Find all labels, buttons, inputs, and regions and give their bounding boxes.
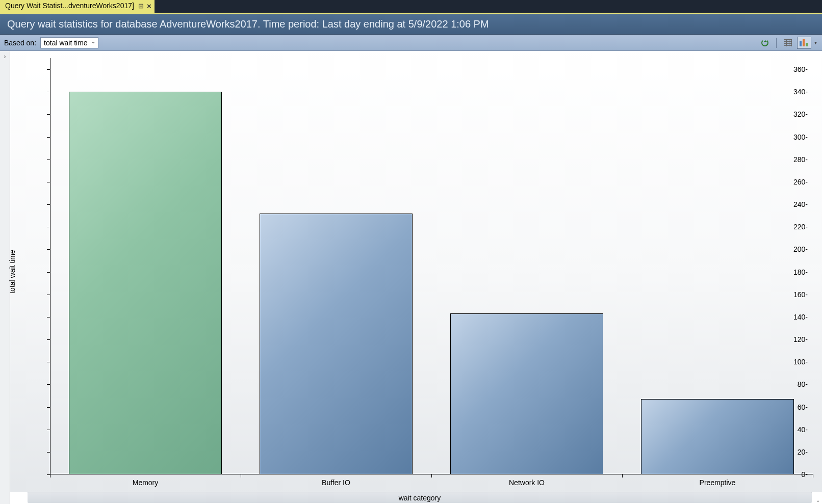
refresh-button[interactable] [758, 37, 772, 49]
y-tick-label: 80- [798, 380, 808, 388]
grid-view-button[interactable] [781, 37, 795, 49]
document-tab[interactable]: Query Wait Statist...dventureWorks2017] … [0, 0, 155, 13]
x-tick [622, 474, 623, 478]
y-tick [47, 430, 50, 430]
y-tick-label: 140- [793, 313, 808, 321]
y-tick [47, 204, 50, 205]
content-area: › total wait time 0-20-40-60-80-100-120-… [0, 51, 822, 504]
tab-title: Query Wait Statist...dventureWorks2017] [5, 2, 134, 10]
y-tick [47, 317, 50, 317]
x-tick [50, 474, 50, 478]
scroll-down-icon[interactable]: ⌄ [816, 497, 820, 503]
bar-chart-icon [800, 39, 809, 46]
bar-network-io[interactable] [450, 313, 603, 474]
x-tick-label: Buffer IO [322, 479, 350, 487]
y-tick [47, 249, 50, 250]
x-axis-label: wait category [399, 494, 441, 502]
x-axis-label-bar[interactable]: wait category [28, 492, 812, 503]
y-tick-label: 40- [798, 426, 808, 434]
toolbar: Based on: total wait time ▾ [0, 35, 822, 51]
window: Query Wait Statist...dventureWorks2017] … [0, 0, 822, 504]
x-tick-label: Network IO [509, 479, 545, 487]
y-tick-label: 260- [793, 178, 808, 186]
x-tick [431, 474, 432, 478]
y-tick-label: 60- [798, 403, 808, 411]
y-tick [47, 384, 50, 385]
y-tick [47, 69, 50, 70]
x-tick [813, 474, 813, 478]
y-tick [47, 272, 50, 273]
tab-strip: Query Wait Statist...dventureWorks2017] … [0, 0, 822, 14]
bar-buffer-io[interactable] [260, 214, 412, 474]
y-tick-label: 220- [793, 223, 808, 231]
chart-view-button[interactable] [797, 37, 811, 49]
y-tick-label: 320- [793, 110, 808, 118]
y-tick-label: 240- [793, 200, 808, 208]
y-tick [47, 227, 50, 227]
y-tick-label: 300- [793, 133, 808, 141]
y-tick-label: 160- [793, 290, 808, 299]
chevron-right-icon: › [4, 53, 6, 60]
y-tick [47, 182, 50, 182]
bar-memory[interactable] [69, 92, 221, 474]
x-tick-label: Memory [133, 479, 159, 487]
y-tick-label: 340- [793, 88, 808, 96]
y-tick [47, 339, 50, 340]
x-tick-label: Preemptive [700, 479, 736, 487]
grid-icon [784, 39, 792, 46]
y-tick-label: 280- [793, 155, 808, 164]
y-tick [47, 160, 50, 160]
y-tick [47, 92, 50, 92]
page-header: Query wait statistics for database Adven… [0, 14, 822, 35]
bars-group [50, 58, 813, 474]
close-icon[interactable]: × [147, 2, 151, 10]
y-tick [47, 295, 50, 295]
y-tick [47, 114, 50, 115]
y-tick-label: 100- [793, 358, 808, 366]
chart: total wait time 0-20-40-60-80-100-120-14… [10, 51, 822, 492]
pin-icon[interactable]: ⊟ [138, 2, 144, 10]
y-tick [47, 407, 50, 408]
y-tick-label: 20- [798, 448, 808, 456]
plot-area[interactable]: 0-20-40-60-80-100-120-140-160-180-200-22… [50, 58, 813, 474]
toolbar-overflow-button[interactable]: ▾ [813, 40, 818, 45]
chart-wrapper: total wait time 0-20-40-60-80-100-120-14… [10, 51, 822, 504]
y-tick-label: 200- [793, 245, 808, 253]
refresh-icon [761, 39, 769, 47]
based-on-select[interactable]: total wait time [40, 37, 98, 48]
y-tick [47, 137, 50, 138]
x-tick [241, 474, 241, 478]
based-on-value: total wait time [44, 39, 88, 47]
y-tick-label: 180- [793, 268, 808, 276]
y-tick [47, 452, 50, 453]
page-title: Query wait statistics for database Adven… [7, 18, 489, 30]
y-tick [47, 362, 50, 362]
y-axis-label: total wait time [8, 250, 16, 294]
y-tick-label: 0- [802, 470, 808, 479]
y-tick-label: 360- [793, 65, 808, 73]
separator [776, 38, 777, 48]
y-tick-label: 120- [793, 335, 808, 343]
bar-preemptive[interactable] [641, 399, 793, 474]
based-on-label: Based on: [4, 39, 36, 47]
